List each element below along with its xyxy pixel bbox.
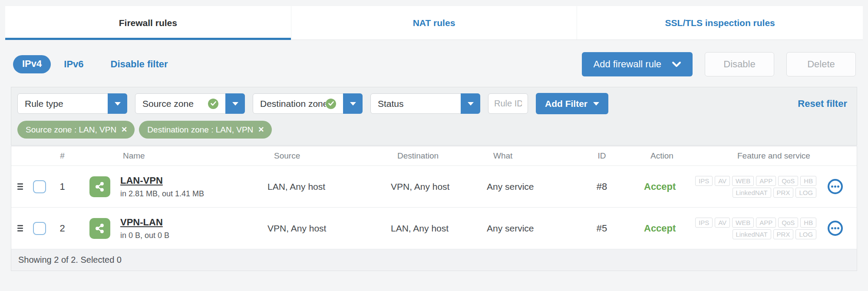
feature-badges: IPS AV WEB APP QoS HB LinkedNAT PRX LOG <box>695 176 816 198</box>
toolbar-actions: Add firewall rule Disable Delete <box>582 52 856 76</box>
rule-destination: LAN, Any host <box>376 223 474 234</box>
rule-traffic: in 2.81 MB, out 1.41 MB <box>120 189 204 198</box>
drag-handle-icon[interactable] <box>16 223 25 233</box>
filter-applied-check-icon <box>326 99 336 109</box>
feature-badge: PRX <box>773 188 794 198</box>
drag-handle-icon[interactable] <box>16 182 25 192</box>
close-icon[interactable]: ✕ <box>121 126 127 133</box>
row-checkbox[interactable] <box>33 222 46 235</box>
feature-badge: HB <box>800 218 816 228</box>
destination-zone-label: Destination zone <box>260 99 326 109</box>
delete-button[interactable]: Delete <box>786 52 856 76</box>
tab-ssl-tls-inspection-rules[interactable]: SSL/TLS inspection rules <box>577 6 863 40</box>
add-filter-button[interactable]: Add Filter <box>536 93 608 114</box>
share-network-icon <box>89 218 110 239</box>
chevron-down-icon <box>232 102 238 106</box>
table-row: 1 LAN-VPN in 2.81 MB, out 1.41 MB LAN, A… <box>11 166 857 208</box>
rules-tabbar: Firewall rules NAT rules SSL/TLS inspect… <box>5 6 863 40</box>
rule-number: 1 <box>50 181 74 192</box>
ipv6-toggle[interactable]: IPv6 <box>64 59 83 70</box>
tab-label: Firewall rules <box>119 18 177 28</box>
header-destination: Destination <box>376 151 474 161</box>
filter-chip-destination-zone: Destination zone : LAN, VPN ✕ <box>139 121 271 139</box>
feature-badge: WEB <box>732 218 754 228</box>
feature-badge: IPS <box>695 218 713 228</box>
row-menu-ellipsis-icon[interactable] <box>828 221 843 236</box>
add-filter-label: Add Filter <box>545 99 587 109</box>
feature-badge: LOG <box>795 229 816 239</box>
disable-filter-link[interactable]: Disable filter <box>111 59 168 70</box>
header-id: ID <box>578 151 626 161</box>
ipv4-toggle[interactable]: IPv4 <box>13 55 51 73</box>
header-source: Source <box>254 151 376 161</box>
table-row: 2 VPN-LAN in 0 B, out 0 B VPN, Any host … <box>11 208 857 249</box>
close-icon[interactable]: ✕ <box>258 126 264 133</box>
rule-id-input[interactable] <box>488 93 528 114</box>
feature-badge: LinkedNAT <box>733 188 771 198</box>
feature-badge: QoS <box>778 176 798 186</box>
chevron-down-icon <box>115 102 121 106</box>
rule-traffic: in 0 B, out 0 B <box>120 231 169 240</box>
filter-chip-source-zone: Source zone : LAN, VPN ✕ <box>17 121 135 139</box>
disable-button[interactable]: Disable <box>705 52 774 76</box>
source-zone-select[interactable]: Source zone <box>135 93 245 114</box>
tab-firewall-rules[interactable]: Firewall rules <box>5 6 291 40</box>
filter-applied-check-icon <box>208 99 218 109</box>
feature-badge: HB <box>800 176 816 186</box>
status-label: Status <box>378 99 456 109</box>
toolbar: IPv4 IPv6 Disable filter Add firewall ru… <box>13 52 856 77</box>
feature-badge: APP <box>756 176 776 186</box>
feature-badge: AV <box>715 218 730 228</box>
chevron-down-icon <box>468 102 474 106</box>
destination-zone-select[interactable]: Destination zone <box>253 93 363 114</box>
feature-badges: IPS AV WEB APP QoS HB LinkedNAT PRX LOG <box>695 218 816 239</box>
row-checkbox[interactable] <box>33 180 46 193</box>
filter-controls-row: Rule type Source zone Destination zone S… <box>17 93 851 114</box>
table-summary: Showing 2 of 2. Selected 0 <box>18 255 122 265</box>
table-footer: Showing 2 of 2. Selected 0 <box>11 249 857 271</box>
rule-id: #8 <box>578 181 626 192</box>
feature-badge: PRX <box>773 229 794 239</box>
feature-badge: AV <box>715 176 730 186</box>
chevron-down-icon <box>672 59 681 70</box>
header-feature-and-service: Feature and service <box>695 151 857 161</box>
rule-type-label: Rule type <box>25 99 103 109</box>
header-number: # <box>50 151 74 161</box>
add-firewall-rule-button[interactable]: Add firewall rule <box>582 52 693 76</box>
chevron-down-icon <box>593 102 599 106</box>
row-menu-ellipsis-icon[interactable] <box>828 179 843 194</box>
rule-name-link[interactable]: VPN-LAN <box>120 217 169 228</box>
header-name: Name <box>74 151 254 161</box>
dropdown-button[interactable] <box>108 93 127 114</box>
add-firewall-rule-label: Add firewall rule <box>593 59 661 70</box>
feature-badge: APP <box>756 218 776 228</box>
status-select[interactable]: Status <box>370 93 480 114</box>
feature-badge: WEB <box>732 176 754 186</box>
rule-what: Any service <box>474 182 578 192</box>
rule-name-link[interactable]: LAN-VPN <box>120 175 204 186</box>
rule-type-select[interactable]: Rule type <box>17 93 127 114</box>
chip-label: Destination zone : LAN, VPN <box>147 125 253 135</box>
reset-filter-link[interactable]: Reset filter <box>798 98 847 109</box>
rule-action-status: Accept <box>626 223 695 234</box>
rule-number: 2 <box>50 223 74 234</box>
feature-badge: LOG <box>795 188 816 198</box>
firewall-rules-page: Firewall rules NAT rules SSL/TLS inspect… <box>0 0 868 291</box>
feature-badge: LinkedNAT <box>733 229 771 239</box>
dropdown-button[interactable] <box>461 93 480 114</box>
chip-label: Source zone : LAN, VPN <box>26 125 116 135</box>
table-header-row: # Name Source Destination What ID Action… <box>11 146 857 166</box>
header-action: Action <box>626 151 695 161</box>
share-network-icon <box>89 176 110 197</box>
dropdown-button[interactable] <box>343 93 363 114</box>
rule-destination: VPN, Any host <box>376 182 474 192</box>
active-filter-chips: Source zone : LAN, VPN ✕ Destination zon… <box>17 121 851 139</box>
rule-what: Any service <box>474 223 578 234</box>
source-zone-label: Source zone <box>142 99 208 109</box>
tab-label: SSL/TLS inspection rules <box>665 18 775 28</box>
firewall-rules-table: # Name Source Destination What ID Action… <box>11 146 857 271</box>
dropdown-button[interactable] <box>225 93 245 114</box>
header-what: What <box>474 151 578 161</box>
rule-id: #5 <box>578 223 626 234</box>
tab-nat-rules[interactable]: NAT rules <box>291 6 577 40</box>
